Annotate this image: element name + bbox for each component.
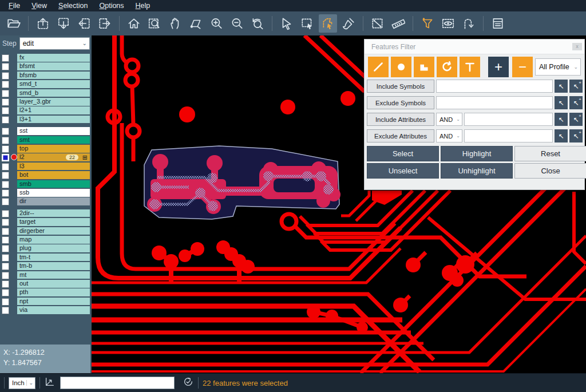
include-symbols-button[interactable]: Include Symbols (367, 80, 434, 93)
layer-row-bfsmb[interactable]: bfsmb (0, 72, 92, 80)
layer-name[interactable]: layer_3.gbr (17, 98, 90, 106)
layer-row-plug[interactable]: plug (0, 244, 92, 253)
layer-row-top[interactable]: top (0, 145, 92, 153)
layer-name[interactable]: smd_b (17, 89, 90, 97)
ruler-icon[interactable] (389, 14, 407, 33)
layer-name[interactable]: out (17, 280, 90, 288)
layer-name[interactable]: 2dir-- (17, 209, 90, 217)
layer-row-smd_t[interactable]: smd_t (0, 80, 92, 89)
layer-checkbox[interactable] (2, 263, 9, 270)
exclude-symbols-button[interactable]: Exclude Symbols (367, 96, 434, 109)
unhighlight-button[interactable]: Unhighlight (441, 163, 513, 179)
exclude-attributes-button[interactable]: Exclude Attributes (367, 129, 434, 142)
unit-select[interactable]: Inch ⌄ (9, 377, 35, 389)
pick-symbol-button[interactable]: ↖ (555, 96, 568, 109)
report-list-icon[interactable] (489, 14, 507, 33)
measure-line-icon[interactable] (369, 14, 387, 33)
dialog-close-button[interactable]: x (572, 43, 582, 50)
feature-pad-icon[interactable] (391, 57, 411, 77)
layer-checkbox[interactable] (2, 307, 9, 314)
layer-checkbox[interactable] (2, 90, 9, 97)
exclude-attributes-input[interactable] (464, 129, 553, 142)
layer-checkbox[interactable] (2, 128, 9, 135)
layer-name[interactable]: top (17, 145, 90, 153)
layer-row-smt[interactable]: smt (0, 136, 92, 145)
layer-row-npt[interactable]: npt (0, 298, 92, 306)
layer-checkbox[interactable] (2, 189, 9, 197)
feature-text-icon[interactable] (460, 57, 480, 77)
exclude-symbols-input[interactable] (436, 96, 553, 109)
layer-row-dir[interactable]: dir (0, 197, 92, 206)
layer-name[interactable]: bfsmt (17, 62, 90, 70)
layer-checkbox[interactable] (2, 145, 9, 153)
layer-name[interactable]: smt (17, 136, 90, 144)
layer-name[interactable]: l3 (17, 163, 90, 171)
layer-row-out[interactable]: out (0, 280, 92, 288)
select-cursor-icon[interactable] (278, 14, 296, 33)
menu-view[interactable]: View (26, 1, 52, 11)
pick-attribute-button[interactable]: ↖ (555, 113, 568, 126)
layer-name[interactable]: bot (17, 171, 90, 179)
layer-row-bot[interactable]: bot (0, 171, 92, 180)
layer-checkbox[interactable] (2, 254, 9, 262)
layer-row-layer_3.gbr[interactable]: layer_3.gbr (0, 98, 92, 106)
layer-row-tm-b[interactable]: tm-b (0, 262, 92, 271)
layer-name[interactable]: mt (17, 271, 90, 279)
layer-name[interactable]: l2+1 (17, 106, 90, 114)
feature-arc-icon[interactable] (437, 57, 457, 77)
layer-row-l3[interactable]: l3 (0, 163, 92, 171)
highlight-button[interactable]: Highlight (441, 146, 513, 161)
layer-checkbox[interactable] (2, 280, 9, 288)
layer-checkbox[interactable] (2, 116, 9, 124)
home-icon[interactable] (125, 14, 143, 33)
select-polygon-icon[interactable] (319, 14, 337, 33)
layer-name[interactable]: l222⊞ (17, 153, 90, 161)
layer-checkbox[interactable] (2, 172, 9, 179)
layer-checkbox[interactable] (2, 219, 9, 226)
layer-checkbox[interactable] (2, 154, 9, 161)
layer-row-l3+1[interactable]: l3+1 (0, 116, 92, 124)
layer-checkbox[interactable] (2, 63, 9, 70)
unselect-button[interactable]: Unselect (367, 163, 439, 179)
pick-symbol-button[interactable]: ↖ (555, 80, 568, 93)
layer-checkbox[interactable] (2, 210, 9, 217)
layer-row-sst[interactable]: sst (0, 127, 92, 136)
feature-surface-icon[interactable] (414, 57, 434, 77)
include-attributes-operator-select[interactable]: AND⌄ (436, 113, 462, 126)
layer-checkbox[interactable] (2, 72, 9, 80)
layer-name[interactable]: sst (17, 127, 90, 135)
layer-checkbox[interactable] (2, 54, 9, 62)
layer-name[interactable]: fx (17, 54, 90, 62)
zoom-area-icon[interactable] (187, 14, 205, 33)
layer-row-via[interactable]: via (0, 306, 92, 315)
dialog-titlebar[interactable]: Features Filter x (365, 39, 584, 54)
exclude-attributes-operator-select[interactable]: AND⌄ (436, 129, 462, 142)
layer-checkbox[interactable] (2, 236, 9, 244)
pan-right-icon[interactable] (96, 14, 114, 33)
profile-select[interactable]: All Profile⌄ (535, 58, 581, 76)
layer-name[interactable]: smd_t (17, 80, 90, 88)
include-attributes-input[interactable] (464, 113, 553, 126)
layer-checkbox[interactable] (2, 137, 9, 144)
zoom-window-icon[interactable] (145, 14, 164, 33)
layer-checkbox[interactable] (2, 289, 9, 296)
layer-row-2dir--[interactable]: 2dir-- (0, 209, 92, 218)
layer-row-l2[interactable]: l222⊞ (0, 153, 92, 162)
layer-row-ssb[interactable]: ssb (0, 189, 92, 197)
close-button[interactable]: Close (514, 163, 586, 179)
remove-filter-button[interactable]: − (512, 57, 533, 77)
layer-row-target[interactable]: target (0, 218, 92, 227)
layer-name[interactable]: target (17, 218, 90, 226)
layer-name[interactable]: l3+1 (17, 116, 90, 124)
open-folder-icon[interactable] (5, 14, 23, 33)
layer-checkbox[interactable] (2, 163, 9, 171)
pan-left-icon[interactable] (75, 14, 93, 33)
feature-line-icon[interactable] (368, 57, 389, 77)
layer-row-pth[interactable]: pth (0, 288, 92, 297)
layer-name[interactable]: dir (17, 197, 90, 205)
pick-attribute-add-button[interactable]: ↖+ (569, 113, 583, 126)
menu-options[interactable]: Options (94, 1, 129, 11)
pan-down-icon[interactable] (54, 14, 73, 33)
pick-symbol-add-button[interactable]: ↖+ (569, 96, 583, 109)
view-eye-icon[interactable] (439, 14, 457, 33)
